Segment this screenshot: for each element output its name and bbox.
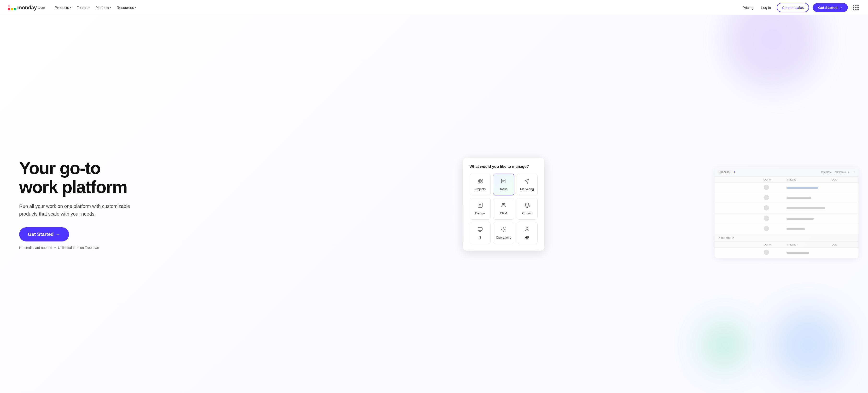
sheet-header: Kanban + Integrate Automate / 2 ··· (715, 168, 859, 177)
manage-item-tasks[interactable]: Tasks (493, 174, 514, 195)
integrate-button[interactable]: Integrate (821, 171, 832, 173)
svg-rect-7 (480, 182, 482, 183)
automate-button[interactable]: Automate / 2 (834, 171, 849, 173)
hero-right: Kanban + Integrate Automate / 2 ··· Owne… (158, 158, 849, 250)
hero-footnote: No credit card needed ✦ Unlimited time o… (19, 246, 158, 250)
chevron-down-icon: ▾ (70, 6, 71, 9)
nav-item-products[interactable]: Products ▾ (53, 4, 73, 11)
apps-grid-icon[interactable] (852, 4, 860, 11)
svg-rect-6 (478, 182, 480, 183)
spreadsheet-mockup: Kanban + Integrate Automate / 2 ··· Owne… (715, 168, 859, 258)
hero-title: Your go-to work platform (19, 159, 158, 196)
svg-point-13 (502, 203, 504, 205)
get-started-hero-button[interactable]: Get Started → (19, 227, 69, 241)
manage-card: What would you like to manage? Projects … (463, 158, 545, 250)
table-row (715, 224, 859, 234)
decorative-blob-green (700, 321, 748, 369)
timeline-bar (786, 252, 809, 254)
login-link[interactable]: Log in (759, 4, 773, 11)
hero-subtitle: Run all your work on one platform with c… (19, 202, 134, 218)
timeline-bar (786, 197, 811, 199)
pricing-link[interactable]: Pricing (741, 4, 755, 11)
sheet-header-left: Kanban + (718, 170, 736, 174)
manage-item-label-product: Product (522, 211, 532, 215)
manage-item-hr[interactable]: HR (517, 222, 538, 244)
table-row (715, 214, 859, 224)
kanban-badge[interactable]: Kanban (718, 170, 731, 174)
avatar (764, 185, 769, 190)
table-row (715, 203, 859, 214)
sheet-columns-2: Owner Timeline Date (715, 242, 859, 248)
logo-com: .com (38, 6, 44, 9)
manage-item-label-design: Design (475, 211, 485, 215)
logo-text: monday (17, 5, 37, 11)
manage-grid: Projects Tasks Marketing Design CRM Prod… (470, 174, 538, 244)
nav-item-platform[interactable]: Platform ▾ (93, 4, 113, 11)
avatar (764, 205, 769, 211)
manage-item-projects[interactable]: Projects (470, 174, 491, 195)
svg-rect-4 (478, 179, 480, 181)
manage-item-label-hr: HR (525, 236, 529, 239)
table-row (715, 183, 859, 193)
manage-item-product[interactable]: Product (517, 198, 538, 220)
timeline-bar (786, 218, 814, 220)
svg-rect-5 (480, 179, 482, 181)
timeline-bar (786, 207, 825, 209)
manage-item-it[interactable]: IT (470, 222, 491, 244)
navbar-left: monday.com Products ▾ Teams ▾ Platform ▾… (8, 4, 138, 11)
timeline-bar (786, 187, 818, 189)
nav-item-teams[interactable]: Teams ▾ (74, 4, 92, 11)
it-icon (477, 226, 483, 234)
manage-item-operations[interactable]: Operations (493, 222, 514, 244)
manage-item-crm[interactable]: CRM (493, 198, 514, 220)
decorative-blob-blue (772, 309, 844, 381)
plus-button[interactable]: + (733, 170, 736, 174)
manage-item-label-tasks: Tasks (500, 187, 507, 191)
get-started-nav-button[interactable]: Get Started → (813, 3, 848, 12)
section-label-next-month: Next month (715, 234, 859, 242)
svg-point-18 (503, 229, 504, 230)
avatar (764, 195, 769, 200)
chevron-down-icon: ▾ (135, 6, 136, 9)
monday-logo-icon (8, 4, 16, 11)
hero-section: Your go-to work platform Run all your wo… (0, 16, 868, 393)
crm-icon (501, 202, 506, 210)
tasks-icon (501, 178, 506, 185)
timeline-bar (786, 228, 805, 230)
svg-point-19 (526, 228, 528, 230)
manage-item-label-projects: Projects (474, 187, 486, 191)
more-options-icon[interactable]: ··· (852, 171, 855, 173)
svg-point-2 (14, 8, 16, 10)
avatar (764, 216, 769, 221)
manage-item-marketing[interactable]: Marketing (517, 174, 538, 195)
chevron-down-icon: ▾ (89, 6, 90, 9)
logo[interactable]: monday.com (8, 4, 45, 11)
chevron-down-icon: ▾ (110, 6, 111, 9)
manage-item-label-marketing: Marketing (520, 187, 534, 191)
hr-icon (524, 226, 530, 234)
decorative-blob-purple (724, 16, 820, 87)
operations-icon (501, 226, 506, 234)
sheet-header-right: Integrate Automate / 2 ··· (821, 171, 855, 173)
svg-rect-8 (501, 179, 506, 183)
navbar: monday.com Products ▾ Teams ▾ Platform ▾… (0, 0, 868, 16)
avatar (764, 226, 769, 231)
manage-item-label-operations: Operations (496, 236, 511, 239)
navbar-right: Pricing Log in Contact sales Get Started… (741, 3, 860, 12)
svg-point-3 (8, 5, 10, 7)
svg-rect-15 (478, 228, 482, 231)
table-row (715, 193, 859, 203)
svg-point-12 (479, 204, 481, 206)
marketing-icon (524, 178, 530, 185)
svg-rect-11 (478, 203, 482, 207)
contact-sales-button[interactable]: Contact sales (777, 3, 809, 12)
manage-item-design[interactable]: Design (470, 198, 491, 220)
projects-icon (477, 178, 483, 185)
avatar (764, 250, 769, 255)
table-row (715, 248, 859, 258)
manage-item-label-it: IT (479, 236, 482, 239)
manage-item-label-crm: CRM (500, 211, 507, 215)
nav-item-resources[interactable]: Resources ▾ (114, 4, 138, 11)
manage-card-title: What would you like to manage? (470, 164, 538, 169)
design-icon (477, 202, 483, 210)
